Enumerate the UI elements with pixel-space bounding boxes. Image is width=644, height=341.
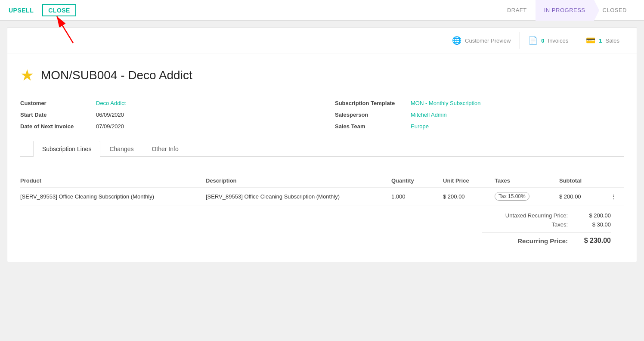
row-quantity: 1.000: [391, 193, 443, 200]
customer-preview-button[interactable]: 🌐 Customer Preview: [443, 32, 520, 49]
col-quantity: Quantity: [391, 177, 443, 184]
salesperson-field: Salesperson Mitchell Admin: [335, 109, 624, 121]
file-icon: 📄: [528, 36, 538, 45]
sales-label: Sales: [605, 37, 619, 44]
col-product: Product: [20, 177, 206, 184]
tab-subscription-lines[interactable]: Subscription Lines: [33, 141, 100, 157]
untaxed-label: Untaxed Recurring Price:: [473, 212, 568, 219]
start-date-label: Start Date: [20, 112, 89, 118]
subscription-template-field: Subscription Template MON - Monthly Subs…: [335, 97, 624, 109]
customer-field: Customer Deco Addict: [20, 97, 309, 109]
sales-button[interactable]: 💳 1 Sales: [577, 32, 628, 49]
salesperson-value[interactable]: Mitchell Admin: [411, 112, 447, 118]
salesperson-label: Salesperson: [335, 112, 404, 118]
table-header: Product Description Quantity Unit Price …: [20, 174, 624, 188]
row-taxes: Tax 15.00%: [495, 192, 559, 201]
sales-team-field: Sales Team Europe: [335, 121, 624, 132]
row-description: [SERV_89553] Office Cleaning Subscriptio…: [206, 193, 391, 200]
customer-preview-label: Customer Preview: [465, 37, 511, 44]
row-unit-price: $ 200.00: [443, 193, 495, 200]
sales-count: 1: [599, 37, 602, 44]
invoices-button[interactable]: 📄 0 Invoices: [520, 32, 577, 49]
untaxed-value: $ 200.00: [576, 212, 611, 219]
col-taxes: Taxes: [495, 177, 559, 184]
start-date-field: Start Date 06/09/2020: [20, 109, 309, 121]
col-unit-price: Unit Price: [443, 177, 495, 184]
customer-value[interactable]: Deco Addict: [96, 100, 126, 106]
sales-team-label: Sales Team: [335, 123, 404, 130]
taxes-label: Taxes:: [473, 221, 568, 228]
tab-other-info[interactable]: Other Info: [142, 141, 187, 157]
totals-section: Untaxed Recurring Price: $ 200.00 Taxes:…: [20, 205, 624, 253]
sales-team-value[interactable]: Europe: [411, 123, 429, 130]
close-button[interactable]: CLOSE: [42, 4, 76, 16]
status-draft[interactable]: DRAFT: [498, 0, 536, 21]
globe-icon: 🌐: [452, 36, 461, 45]
next-invoice-value: 07/09/2020: [96, 123, 124, 130]
status-closed[interactable]: CLOSED: [594, 0, 635, 21]
recurring-label: Recurring Price:: [473, 237, 568, 245]
upsell-button[interactable]: UPSELL: [9, 7, 34, 14]
credit-card-icon: 💳: [586, 36, 595, 45]
record-title: MON/SUB004 - Deco Addict: [41, 68, 192, 82]
customer-label: Customer: [20, 100, 89, 106]
next-invoice-field: Date of Next Invoice 07/09/2020: [20, 121, 309, 132]
row-product: [SERV_89553] Office Cleaning Subscriptio…: [20, 193, 206, 200]
tab-changes[interactable]: Changes: [100, 141, 142, 157]
invoices-label: Invoices: [548, 37, 569, 44]
col-subtotal: Subtotal: [559, 177, 611, 184]
row-subtotal: $ 200.00: [559, 193, 611, 200]
col-description: Description: [206, 177, 391, 184]
subscription-template-value[interactable]: MON - Monthly Subscription: [411, 100, 481, 106]
next-invoice-label: Date of Next Invoice: [20, 123, 89, 130]
star-icon[interactable]: ★: [20, 66, 34, 84]
subscription-template-label: Subscription Template: [335, 100, 404, 106]
row-more-icon[interactable]: ⋮: [611, 193, 624, 200]
start-date-value: 06/09/2020: [96, 112, 124, 118]
invoices-count: 0: [541, 37, 544, 44]
col-actions: [611, 177, 624, 184]
table-row: [SERV_89553] Office Cleaning Subscriptio…: [20, 188, 624, 205]
status-in-progress[interactable]: IN PROGRESS: [536, 0, 594, 21]
taxes-value: $ 30.00: [576, 221, 611, 228]
recurring-value: $ 230.00: [576, 237, 611, 245]
